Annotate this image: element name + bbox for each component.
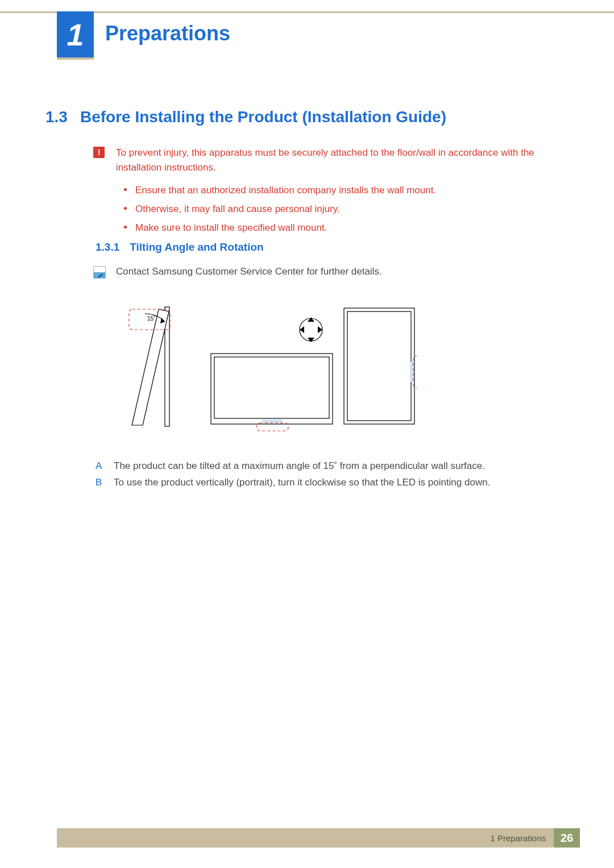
svg-marker-11 <box>300 326 304 333</box>
note-icon <box>93 266 106 279</box>
section-heading: 1.3 Before Installing the Product (Insta… <box>45 108 446 126</box>
figure-description-list: A The product can be tilted at a maximum… <box>96 458 567 491</box>
section-number: 1.3 <box>45 108 68 126</box>
page-footer: 1 Preparations 26 <box>57 828 580 848</box>
svg-rect-5 <box>214 357 329 418</box>
list-item: B To use the product vertically (portrai… <box>96 475 567 491</box>
svg-marker-12 <box>318 326 322 333</box>
warning-icon: ! <box>93 147 105 158</box>
subsection-heading: 1.3.1 Tilting Angle and Rotation <box>96 241 264 254</box>
subsection-title: Tilting Angle and Rotation <box>130 241 263 254</box>
list-item-key: A <box>96 458 106 475</box>
warning-block: ! To prevent injury, this apparatus must… <box>96 146 567 239</box>
list-item-text: The product can be tilted at a maximum a… <box>114 458 485 475</box>
svg-marker-1 <box>132 309 169 425</box>
warning-lead-text: To prevent injury, this apparatus must b… <box>116 146 567 175</box>
note-block: Contact Samsung Customer Service Center … <box>96 266 567 277</box>
svg-marker-9 <box>308 317 314 322</box>
footer-page-number: 26 <box>554 828 580 848</box>
footer-chapter-label: 1 Preparations <box>57 828 554 848</box>
svg-rect-14 <box>347 312 411 421</box>
chapter-title: Preparations <box>105 22 230 45</box>
warning-bullet: Otherwise, it may fall and cause persona… <box>116 201 567 217</box>
note-text: Contact Samsung Customer Service Center … <box>116 266 567 277</box>
list-item-key: B <box>96 475 106 491</box>
svg-rect-6 <box>262 420 283 423</box>
warning-bullet: Make sure to install the specified wall … <box>116 220 567 235</box>
section-title: Before Installing the Product (Installat… <box>80 108 446 126</box>
svg-marker-10 <box>308 338 314 342</box>
manual-page: 1 Preparations 1.3 Before Installing the… <box>0 0 614 868</box>
chapter-number-badge: 1 <box>57 11 94 60</box>
tilt-angle-label: 15˚ <box>147 315 155 322</box>
figure-svg: 15˚ <box>117 301 417 435</box>
warning-bullet: Ensure that an authorized installation c… <box>116 182 567 198</box>
list-item-text: To use the product vertically (portrait)… <box>114 475 490 491</box>
subsection-number: 1.3.1 <box>96 241 119 254</box>
warning-bullet-list: Ensure that an authorized installation c… <box>116 182 567 236</box>
list-item: A The product can be tilted at a maximum… <box>96 458 567 475</box>
tilt-rotation-figure: 15˚ <box>117 301 417 435</box>
svg-rect-15 <box>410 362 413 382</box>
